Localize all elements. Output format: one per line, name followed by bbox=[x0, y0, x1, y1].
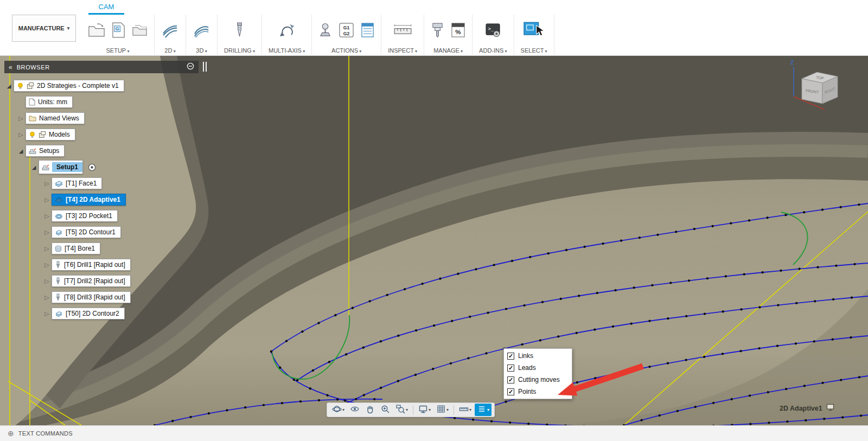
browser-item-box[interactable]: [T4] 2D Adaptive1 bbox=[52, 194, 126, 206]
compare-doc-icon[interactable]: % bbox=[451, 22, 465, 38]
checkbox-cutting-moves[interactable]: ✓ bbox=[507, 376, 514, 384]
ribbon-group-label-3d[interactable]: 3D bbox=[196, 47, 207, 54]
grid-button[interactable]: ▾ bbox=[434, 404, 451, 416]
ribbon-group-label-add-ins[interactable]: ADD-INS bbox=[479, 47, 507, 54]
orbit-button[interactable]: ▾ bbox=[330, 404, 347, 416]
ribbon-group-label-2d[interactable]: 2D bbox=[164, 47, 175, 54]
checkbox-links[interactable]: ✓ bbox=[507, 353, 514, 360]
post-process-icon[interactable]: G1G2 bbox=[339, 22, 354, 38]
target-icon[interactable] bbox=[88, 163, 96, 171]
browser-item-box[interactable]: [T3] 2D Pocket1 bbox=[52, 210, 118, 222]
tab-cam[interactable]: CAM bbox=[90, 3, 123, 11]
tree-collapsed-arrow-icon[interactable]: ▷ bbox=[16, 131, 25, 138]
setup-icon bbox=[29, 148, 36, 155]
collapse-panel-icon[interactable]: « bbox=[9, 64, 12, 71]
visibility-popup: ✓Links✓Leads✓Cutting moves✓Points bbox=[503, 348, 572, 399]
pan-button[interactable] bbox=[363, 404, 377, 416]
browser-item-label: [T4] 2D Adaptive1 bbox=[66, 196, 120, 203]
browser-item-label: Models bbox=[49, 131, 70, 138]
zoom-button[interactable] bbox=[378, 404, 392, 416]
browser-item-box[interactable]: [T5] 2D Contour1 bbox=[52, 226, 121, 238]
browser-item-box[interactable]: [T8] Drill3 [Rapid out] bbox=[52, 291, 131, 303]
tree-collapsed-arrow-icon[interactable]: ▷ bbox=[42, 278, 52, 285]
browser-item-box[interactable]: 2D Strategies - Complete v1 bbox=[14, 80, 124, 92]
ribbon-group-label-drilling[interactable]: DRILLING bbox=[224, 47, 255, 54]
tool-library-icon[interactable] bbox=[431, 22, 444, 38]
tree-collapsed-arrow-icon[interactable]: ▷ bbox=[42, 196, 52, 203]
popup-option-links[interactable]: ✓Links bbox=[507, 350, 569, 362]
folder-open-icon[interactable] bbox=[132, 23, 148, 37]
screen-icon[interactable] bbox=[826, 404, 835, 413]
ribbon-group-label-actions[interactable]: ACTIONS bbox=[331, 47, 361, 54]
browser-item-box[interactable]: Setups bbox=[25, 145, 65, 157]
svg-text:G1: G1 bbox=[343, 25, 350, 30]
ribbon-group-label-multi-axis[interactable]: MULTI-AXIS bbox=[269, 47, 305, 54]
tree-collapsed-arrow-icon[interactable]: ▷ bbox=[42, 310, 52, 317]
ribbon-group-label-setup[interactable]: SETUP bbox=[106, 47, 130, 54]
browser-header[interactable]: « BROWSER bbox=[4, 61, 199, 73]
scripts-addins-icon[interactable]: >_ bbox=[485, 23, 501, 37]
browser-item-label: [T8] Drill3 [Rapid out] bbox=[64, 293, 125, 301]
look-at-button[interactable] bbox=[348, 404, 362, 416]
browser-item-box[interactable]: [T7] Drill2 [Rapid out] bbox=[52, 275, 131, 287]
visibility-list-button[interactable]: ▾ bbox=[475, 404, 492, 416]
browser-item-box[interactable]: [T4] Bore1 bbox=[52, 242, 100, 254]
tree-expanded-arrow-icon[interactable]: ◢ bbox=[29, 164, 39, 170]
zoom-window-button[interactable]: ▾ bbox=[393, 404, 410, 416]
select-cursor-icon[interactable] bbox=[523, 21, 545, 39]
milling-3d-icon[interactable] bbox=[193, 22, 210, 38]
navbar-separator bbox=[454, 405, 454, 415]
browser-item-box[interactable]: [T1] Face1 bbox=[52, 177, 102, 189]
drill-op-icon bbox=[55, 261, 61, 269]
tree-collapsed-arrow-icon[interactable]: ▷ bbox=[42, 261, 52, 269]
browser-item-box[interactable]: Setup1 bbox=[39, 160, 83, 174]
tree-collapsed-arrow-icon[interactable]: ▷ bbox=[16, 115, 25, 122]
checkbox-leads[interactable]: ✓ bbox=[507, 365, 514, 372]
minus-circle-icon[interactable] bbox=[187, 62, 194, 72]
nc-program-icon[interactable]: G bbox=[112, 22, 125, 39]
pocket-op-icon bbox=[55, 213, 63, 220]
checkbox-points[interactable]: ✓ bbox=[507, 388, 514, 395]
popup-option-points[interactable]: ✓Points bbox=[507, 386, 569, 398]
popup-list: ✓Links✓Leads✓Cutting moves✓Points bbox=[507, 350, 569, 398]
browser-item-t8-drill3-rapid-out: ▷[T8] Drill3 [Rapid out] bbox=[42, 289, 207, 305]
display-settings-button[interactable]: ▾ bbox=[416, 404, 433, 416]
panel-grip-icon[interactable] bbox=[203, 62, 207, 72]
simulate-icon[interactable] bbox=[318, 22, 332, 38]
visibility-list-icon bbox=[477, 404, 487, 416]
browser-item-box[interactable]: Units: mm bbox=[25, 96, 73, 108]
drilling-icon[interactable] bbox=[233, 22, 246, 39]
workspace-selector[interactable]: MANUFACTURE ▾ bbox=[12, 15, 76, 42]
popup-option-leads[interactable]: ✓Leads bbox=[507, 362, 569, 374]
pan-icon bbox=[365, 404, 375, 416]
plus-circle-icon[interactable]: ⊕ bbox=[8, 429, 14, 438]
tree-expanded-arrow-icon[interactable]: ◢ bbox=[16, 148, 25, 154]
milling-2d-icon[interactable] bbox=[161, 22, 179, 38]
text-commands-label[interactable]: TEXT COMMANDS bbox=[18, 430, 73, 437]
setup-sheet-icon[interactable] bbox=[361, 22, 374, 38]
browser-item-box[interactable]: Named Views bbox=[25, 112, 85, 124]
ribbon-group-label-manage[interactable]: MANAGE bbox=[433, 47, 463, 54]
tree-collapsed-arrow-icon[interactable]: ▷ bbox=[42, 213, 52, 220]
tree-collapsed-arrow-icon[interactable]: ▷ bbox=[42, 180, 52, 187]
multi-axis-icon[interactable] bbox=[278, 22, 296, 38]
ribbon-group-label-inspect[interactable]: INSPECT bbox=[388, 47, 417, 54]
popup-option-cutting-moves[interactable]: ✓Cutting moves bbox=[507, 374, 569, 386]
browser-item-named-views: ▷Named Views bbox=[16, 110, 207, 126]
browser-item-box[interactable]: [T6] Drill1 [Rapid out] bbox=[52, 259, 131, 271]
tree-expanded-arrow-icon[interactable]: ◢ bbox=[4, 83, 14, 89]
measure-ruler-icon[interactable] bbox=[393, 24, 412, 36]
browser-item-label: [T4] Bore1 bbox=[65, 245, 95, 252]
tree-collapsed-arrow-icon[interactable]: ▷ bbox=[42, 229, 52, 236]
browser-item-box[interactable]: [T50] 2D Contour2 bbox=[52, 308, 125, 319]
tree-collapsed-arrow-icon[interactable]: ▷ bbox=[42, 294, 52, 301]
look-at-icon bbox=[350, 404, 360, 416]
ribbon-group-select: SELECT bbox=[514, 15, 554, 56]
document-icon bbox=[29, 98, 35, 106]
measure-button[interactable]: ▾ bbox=[457, 404, 474, 416]
browser-item-box[interactable]: Models bbox=[25, 129, 75, 140]
ribbon: MANUFACTURE ▾ CAM GSETUP2D3DDRILLINGMULT… bbox=[0, 0, 868, 56]
ribbon-group-label-select[interactable]: SELECT bbox=[521, 47, 547, 54]
tree-collapsed-arrow-icon[interactable]: ▷ bbox=[42, 245, 52, 252]
new-setup-icon[interactable] bbox=[88, 22, 105, 38]
